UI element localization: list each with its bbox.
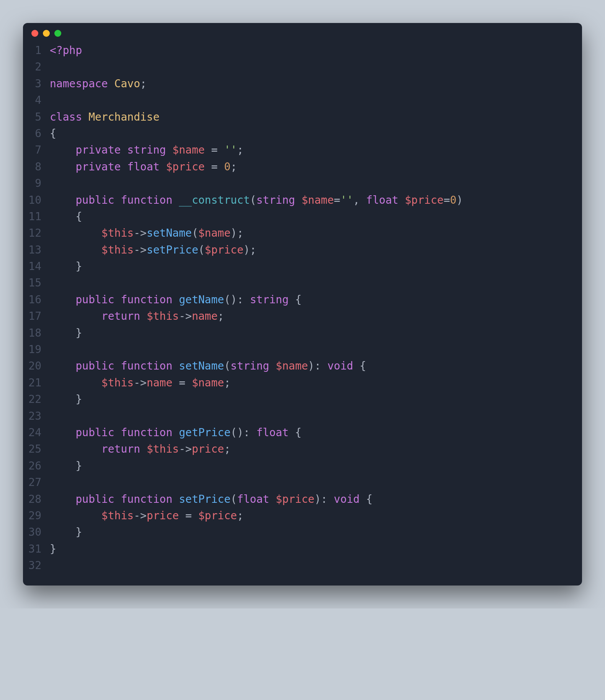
line-number: 24 bbox=[23, 424, 50, 441]
line-number: 3 bbox=[23, 75, 50, 92]
code-line[interactable]: 21 $this->name = $name; bbox=[23, 375, 582, 391]
code-content: { bbox=[50, 125, 56, 142]
code-line[interactable]: 15 bbox=[23, 275, 582, 291]
line-number: 14 bbox=[23, 258, 50, 275]
code-content: } bbox=[50, 325, 82, 341]
code-content: class Merchandise bbox=[50, 109, 160, 125]
code-line[interactable]: 22 } bbox=[23, 391, 582, 407]
code-line[interactable]: 26 } bbox=[23, 458, 582, 474]
code-content: } bbox=[50, 458, 82, 474]
code-content: } bbox=[50, 541, 56, 557]
line-number: 20 bbox=[23, 358, 50, 374]
code-window: 1<?php23namespace Cavo;45class Merchandi… bbox=[23, 23, 582, 586]
line-number: 8 bbox=[23, 159, 50, 175]
code-editor[interactable]: 1<?php23namespace Cavo;45class Merchandi… bbox=[23, 40, 582, 586]
code-line[interactable]: 19 bbox=[23, 341, 582, 358]
code-content: public function getName(): string { bbox=[50, 291, 302, 308]
code-line[interactable]: 10 public function __construct(string $n… bbox=[23, 192, 582, 208]
code-content: public function getPrice(): float { bbox=[50, 424, 301, 441]
minimize-icon[interactable] bbox=[43, 30, 50, 37]
code-content: <?php bbox=[50, 42, 82, 59]
line-number: 7 bbox=[23, 142, 50, 158]
code-line[interactable]: 11 { bbox=[23, 208, 582, 225]
code-content: } bbox=[50, 524, 82, 540]
code-line[interactable]: 24 public function getPrice(): float { bbox=[23, 424, 582, 441]
line-number: 26 bbox=[23, 458, 50, 474]
code-line[interactable]: 23 bbox=[23, 408, 582, 424]
code-line[interactable]: 7 private string $name = ''; bbox=[23, 142, 582, 158]
code-line[interactable]: 13 $this->setPrice($price); bbox=[23, 242, 582, 258]
code-line[interactable]: 2 bbox=[23, 59, 582, 75]
code-line[interactable]: 18 } bbox=[23, 325, 582, 341]
line-number: 6 bbox=[23, 125, 50, 142]
line-number: 30 bbox=[23, 524, 50, 540]
code-content: return $this->name; bbox=[50, 308, 224, 324]
close-icon[interactable] bbox=[31, 30, 38, 37]
line-number: 11 bbox=[23, 208, 50, 225]
code-content: $this->price = $price; bbox=[50, 507, 244, 524]
code-line[interactable]: 6{ bbox=[23, 125, 582, 142]
line-number: 2 bbox=[23, 59, 50, 75]
line-number: 28 bbox=[23, 491, 50, 507]
line-number: 9 bbox=[23, 175, 50, 191]
code-line[interactable]: 30 } bbox=[23, 524, 582, 540]
code-line[interactable]: 3namespace Cavo; bbox=[23, 75, 582, 92]
line-number: 12 bbox=[23, 225, 50, 241]
line-number: 23 bbox=[23, 408, 50, 424]
code-content: public function setPrice(float $price): … bbox=[50, 491, 373, 507]
code-line[interactable]: 27 bbox=[23, 474, 582, 491]
zoom-icon[interactable] bbox=[54, 30, 61, 37]
line-number: 4 bbox=[23, 92, 50, 108]
titlebar bbox=[23, 23, 582, 40]
code-line[interactable]: 8 private float $price = 0; bbox=[23, 159, 582, 175]
line-number: 19 bbox=[23, 341, 50, 358]
code-content: private string $name = ''; bbox=[50, 142, 244, 158]
code-content: } bbox=[50, 258, 82, 275]
line-number: 16 bbox=[23, 291, 50, 308]
code-content: private float $price = 0; bbox=[50, 159, 237, 175]
code-line[interactable]: 31} bbox=[23, 541, 582, 557]
code-line[interactable]: 4 bbox=[23, 92, 582, 108]
line-number: 15 bbox=[23, 275, 50, 291]
code-line[interactable]: 12 $this->setName($name); bbox=[23, 225, 582, 241]
line-number: 31 bbox=[23, 541, 50, 557]
code-line[interactable]: 14 } bbox=[23, 258, 582, 275]
code-content: $this->name = $name; bbox=[50, 375, 231, 391]
code-content: return $this->price; bbox=[50, 441, 231, 457]
code-line[interactable]: 9 bbox=[23, 175, 582, 191]
line-number: 1 bbox=[23, 42, 50, 59]
code-content: } bbox=[50, 391, 82, 407]
code-content: public function __construct(string $name… bbox=[50, 192, 463, 208]
line-number: 18 bbox=[23, 325, 50, 341]
line-number: 10 bbox=[23, 192, 50, 208]
code-content: { bbox=[50, 208, 82, 225]
line-number: 13 bbox=[23, 242, 50, 258]
code-line[interactable]: 20 public function setName(string $name)… bbox=[23, 358, 582, 374]
code-content: public function setName(string $name): v… bbox=[50, 358, 366, 374]
code-line[interactable]: 16 public function getName(): string { bbox=[23, 291, 582, 308]
code-line[interactable]: 5class Merchandise bbox=[23, 109, 582, 125]
line-number: 25 bbox=[23, 441, 50, 457]
line-number: 22 bbox=[23, 391, 50, 407]
code-line[interactable]: 25 return $this->price; bbox=[23, 441, 582, 457]
line-number: 21 bbox=[23, 375, 50, 391]
code-line[interactable]: 17 return $this->name; bbox=[23, 308, 582, 324]
line-number: 17 bbox=[23, 308, 50, 324]
code-content: $this->setPrice($price); bbox=[50, 242, 256, 258]
line-number: 32 bbox=[23, 557, 50, 574]
code-line[interactable]: 29 $this->price = $price; bbox=[23, 507, 582, 524]
line-number: 5 bbox=[23, 109, 50, 125]
code-line[interactable]: 28 public function setPrice(float $price… bbox=[23, 491, 582, 507]
code-content: $this->setName($name); bbox=[50, 225, 244, 241]
code-content: namespace Cavo; bbox=[50, 75, 147, 92]
line-number: 27 bbox=[23, 474, 50, 491]
code-line[interactable]: 1<?php bbox=[23, 42, 582, 59]
code-line[interactable]: 32 bbox=[23, 557, 582, 574]
line-number: 29 bbox=[23, 507, 50, 524]
